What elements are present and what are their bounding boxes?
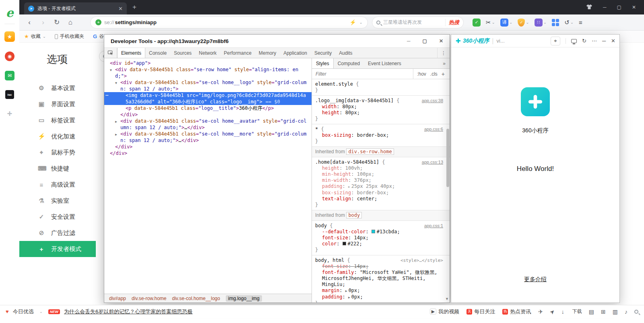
devtools-tab-security[interactable]: Security: [311, 48, 335, 58]
minimize-icon[interactable]: ─: [603, 4, 607, 10]
css-property[interactable]: margin: ▶0px;: [315, 288, 446, 294]
apps-icon[interactable]: [552, 19, 559, 26]
overflow-chevron-icon[interactable]: »: [439, 61, 450, 66]
screenshot-icon[interactable]: ✂⌄: [486, 19, 495, 26]
new-tab-button[interactable]: +: [132, 3, 136, 11]
dom-tree-node[interactable]: </div>: [104, 111, 312, 118]
restore-icon[interactable]: ↺⌄: [564, 19, 574, 26]
css-property[interactable]: min-width: 376px;: [315, 177, 446, 183]
stylesheet-link[interactable]: <style>…</style>: [400, 257, 443, 263]
url-dropdown-chevron[interactable]: ⌄: [359, 20, 363, 25]
css-property[interactable]: font-family: "Microsoft YaHei", 微软雅黑, Mi…: [315, 270, 446, 288]
color-swatch[interactable]: [343, 242, 346, 245]
sidebar-item-shield[interactable]: ✓安全设置: [19, 209, 96, 225]
css-property[interactable]: width: 80px;: [315, 104, 446, 110]
chevron-down-icon[interactable]: ⌄: [39, 309, 43, 314]
speaker-icon[interactable]: ♪: [625, 309, 627, 315]
stylesheet-link[interactable]: app.css:6: [424, 126, 443, 132]
class-toggle[interactable]: .cls: [430, 71, 438, 77]
minimize-icon[interactable]: ─: [602, 38, 606, 44]
devtools-titlebar[interactable]: Developer Tools - app://qh13waury22p7m8b…: [104, 35, 450, 47]
styles-tab-computed[interactable]: Computed: [334, 58, 364, 68]
sidebar-item-flask[interactable]: ⚗实验室: [19, 193, 96, 209]
styles-tab-event-listeners[interactable]: Event Listeners: [364, 58, 405, 68]
bookmark-favorites[interactable]: ★ 收藏 ⌄: [24, 33, 46, 40]
devtools-tab-console[interactable]: Console: [145, 48, 170, 58]
devtools-tab-elements[interactable]: Elements: [117, 48, 145, 58]
hot-news-item[interactable]: 热 热点资讯: [502, 308, 531, 315]
menu-icon[interactable]: ≡: [579, 19, 582, 26]
minimize-icon[interactable]: ─: [407, 38, 411, 44]
sidebar-item-block[interactable]: ⊘广告过滤: [19, 225, 96, 241]
skin-icon[interactable]: [586, 4, 592, 11]
css-property[interactable]: padding: ▶25px 25px 40px;: [315, 183, 446, 190]
browser-logo-icon[interactable]: e: [0, 6, 19, 20]
printer-icon[interactable]: ▤: [589, 309, 594, 315]
color-swatch[interactable]: [372, 230, 375, 233]
sidebar-item-keyboard[interactable]: ⌨快捷键: [19, 160, 96, 177]
styles-filter-input[interactable]: [312, 71, 413, 77]
dom-tree-node[interactable]: ▼<div data-v-584e45b1 class="se-col home…: [104, 79, 312, 92]
overflow-dots-icon[interactable]: ⋯: [105, 92, 109, 99]
close-icon[interactable]: ✕: [632, 4, 636, 10]
paper-plane-icon[interactable]: ✈: [538, 309, 543, 315]
css-property[interactable]: font-size: 14px;: [315, 235, 446, 241]
close-icon[interactable]: ✕: [611, 38, 615, 44]
close-icon[interactable]: ✕: [439, 38, 443, 44]
refresh-icon[interactable]: ↻: [582, 38, 586, 44]
home-icon[interactable]: ⌂: [65, 19, 76, 27]
cast-screen-icon[interactable]: [571, 39, 577, 43]
stylesheet-link[interactable]: app.css:13: [422, 159, 443, 165]
daily-follow-item[interactable]: 关 每日关注: [466, 308, 495, 315]
refresh-icon[interactable]: ↻: [52, 18, 62, 27]
expand-arrow-icon[interactable]: ▶: [348, 296, 350, 299]
inherited-node-link[interactable]: body: [346, 212, 362, 218]
guard-icon[interactable]: ✓⌄: [518, 19, 529, 27]
inherited-node-link[interactable]: div.se-row.home: [346, 148, 394, 155]
expand-arrow-icon[interactable]: ▶: [115, 132, 117, 138]
dom-tree-node[interactable]: ▶<div data-v-584e45b1 class="se-col home…: [104, 131, 312, 144]
browser-tab[interactable]: ➤ 选项 - 开发者模式 ✕: [24, 2, 127, 14]
headline-link[interactable]: 为什么会丢失6岁以前的记忆？心理学家的答案细思恐极: [64, 308, 192, 315]
css-property[interactable]: text-align: center;: [315, 196, 446, 202]
maximize-icon[interactable]: ▢: [617, 4, 621, 10]
sidebar-item-advanced[interactable]: ≡高级设置: [19, 177, 96, 193]
inspect-element-icon[interactable]: [104, 48, 117, 58]
expand-arrow-icon[interactable]: ▶: [348, 185, 350, 189]
forward-icon[interactable]: ›: [38, 19, 48, 27]
isc-icon[interactable]: isc: [5, 90, 14, 99]
stylesheet-link[interactable]: app.css:1: [424, 223, 443, 229]
css-property[interactable]: box-sizing: border-box;: [315, 132, 446, 138]
more-info-link[interactable]: 更多介绍: [451, 276, 619, 283]
hover-toggle[interactable]: :hov: [417, 71, 426, 77]
devtools-tab-application[interactable]: Application: [280, 48, 311, 58]
sidebar-item-mouse[interactable]: ⌖鼠标手势: [19, 144, 96, 160]
back-icon[interactable]: ‹: [24, 19, 35, 27]
tab-close-icon[interactable]: ✕: [118, 6, 123, 12]
mail-icon[interactable]: ✉: [5, 71, 14, 80]
devtools-tab-performance[interactable]: Performance: [220, 48, 255, 58]
rocket-icon[interactable]: ➤: [548, 308, 556, 316]
translate-icon[interactable]: 译⌄: [500, 19, 512, 27]
more-icon[interactable]: ⋯: [592, 38, 597, 44]
breadcrumb-item[interactable]: div.se-col.home__logo: [172, 296, 220, 301]
search-box[interactable]: 三星堆遗址再次发 热搜: [372, 16, 464, 29]
devtools-tab-network[interactable]: Network: [195, 48, 220, 58]
games-icon[interactable]: ∷⌄: [535, 19, 547, 27]
dom-tree-node[interactable]: <div id="app">: [104, 60, 312, 66]
css-property[interactable]: box-sizing: border-box;: [315, 190, 446, 196]
css-property[interactable]: font-size: 14px;: [315, 263, 446, 270]
stylesheet-link[interactable]: app.css:38: [422, 98, 443, 104]
expand-arrow-icon[interactable]: ▼: [115, 80, 117, 86]
css-property[interactable]: color: #222;: [315, 241, 446, 247]
devtools-more-icon[interactable]: ⋮: [437, 48, 450, 58]
css-property[interactable]: min-height: 100px;: [315, 171, 446, 177]
flash-icon[interactable]: ⚡: [349, 19, 356, 25]
dom-tree-node[interactable]: ▶<div data-v-584e45b1 class="se-col home…: [104, 118, 312, 131]
grid-icon[interactable]: ⊞: [601, 309, 606, 315]
dom-tree-node[interactable]: ▼<div data-v-584e45b1 class="se-row home…: [104, 66, 312, 79]
breadcrumb-item[interactable]: div.se-row.home: [132, 296, 166, 301]
download-icon[interactable]: ↓: [561, 309, 564, 315]
favorites-star-icon[interactable]: ★: [4, 31, 15, 42]
bookmark-google[interactable]: G 谷: [93, 33, 104, 40]
